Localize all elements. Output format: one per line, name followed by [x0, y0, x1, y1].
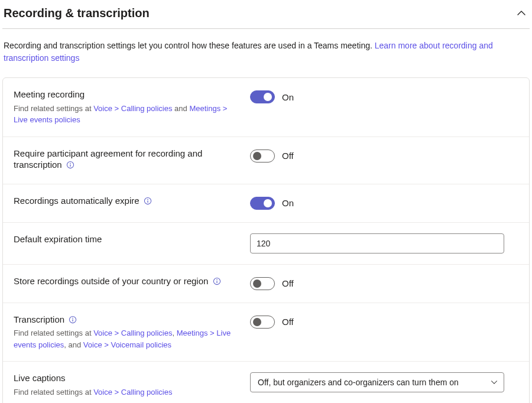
toggle-state-label: Off [282, 317, 294, 327]
setting-title: Store recordings outside of your country… [14, 275, 239, 287]
setting-label: Live captions Find related settings at V… [14, 372, 250, 398]
info-icon[interactable] [66, 160, 75, 170]
toggle-store-outside[interactable] [250, 277, 275, 290]
chevron-down-icon [491, 379, 498, 386]
link-voice-voicemail-policies[interactable]: Voice > Voicemail policies [83, 340, 171, 349]
toggle-state-label: On [282, 92, 294, 102]
setting-control [250, 233, 518, 254]
svg-point-10 [73, 317, 74, 318]
setting-meeting-recording: Meeting recording Find related settings … [3, 78, 529, 137]
info-icon[interactable] [68, 315, 77, 324]
section-title: Recording & transcription [4, 6, 150, 20]
section-header: Recording & transcription [2, 2, 530, 29]
section-description-text: Recording and transcription settings let… [4, 41, 375, 50]
setting-title: Live captions [14, 372, 239, 384]
default-expiration-input[interactable] [250, 233, 504, 254]
setting-title: Recordings automatically expire [14, 195, 239, 207]
setting-label: Store recordings outside of your country… [14, 275, 250, 290]
setting-control: On [250, 195, 518, 212]
svg-point-7 [216, 279, 218, 280]
setting-transcription: Transcription Find related settings at V… [3, 303, 529, 362]
setting-label: Meeting recording Find related settings … [14, 89, 250, 126]
svg-rect-8 [216, 281, 217, 283]
setting-label: Transcription Find related settings at V… [14, 314, 250, 351]
setting-control: Off [250, 275, 518, 292]
toggle-state-label: Off [282, 278, 294, 288]
setting-label: Default expiration time [14, 233, 250, 248]
section-description: Recording and transcription settings let… [2, 29, 530, 77]
toggle-wrapper: Off [250, 277, 294, 290]
setting-subtext: Find related settings at Voice > Calling… [14, 327, 239, 350]
setting-auto-expire: Recordings automatically expire On [3, 184, 529, 223]
svg-rect-5 [147, 200, 148, 203]
svg-point-1 [70, 163, 71, 164]
toggle-state-label: On [282, 198, 294, 208]
setting-store-outside: Store recordings outside of your country… [3, 265, 529, 303]
setting-control: Off [250, 148, 518, 164]
setting-label: Require participant agreement for record… [14, 148, 250, 173]
link-voice-calling-policies[interactable]: Voice > Calling policies [93, 388, 172, 396]
setting-control: Off, but organizers and co-organizers ca… [250, 372, 518, 392]
setting-title: Transcription [14, 314, 239, 326]
svg-point-4 [147, 199, 148, 200]
setting-default-expiration: Default expiration time [3, 223, 529, 265]
info-icon[interactable] [143, 196, 153, 206]
toggle-wrapper: Off [250, 316, 294, 329]
select-value: Off, but organizers and co-organizers ca… [258, 378, 459, 387]
chevron-up-icon[interactable] [514, 6, 528, 20]
svg-rect-2 [70, 164, 70, 167]
setting-require-agreement: Require participant agreement for record… [3, 137, 529, 184]
setting-title: Require participant agreement for record… [14, 148, 239, 171]
info-icon[interactable] [212, 277, 222, 286]
link-voice-calling-policies[interactable]: Voice > Calling policies [93, 329, 172, 337]
setting-subtext: Find related settings at Voice > Calling… [14, 103, 239, 126]
link-voice-calling-policies[interactable]: Voice > Calling policies [93, 104, 172, 113]
setting-live-captions: Live captions Find related settings at V… [3, 362, 529, 403]
toggle-meeting-recording[interactable] [250, 90, 275, 103]
settings-card: Meeting recording Find related settings … [2, 77, 530, 403]
toggle-wrapper: On [250, 90, 294, 103]
setting-title: Meeting recording [14, 89, 239, 100]
toggle-transcription[interactable] [250, 316, 275, 329]
setting-control: Off [250, 314, 518, 330]
toggle-auto-expire[interactable] [250, 197, 275, 210]
svg-rect-11 [73, 319, 73, 321]
toggle-wrapper: Off [250, 150, 294, 162]
setting-subtext: Find related settings at Voice > Calling… [14, 386, 239, 398]
toggle-wrapper: On [250, 197, 294, 210]
setting-title: Default expiration time [14, 233, 239, 245]
setting-label: Recordings automatically expire [14, 195, 250, 209]
live-captions-select[interactable]: Off, but organizers and co-organizers ca… [250, 372, 504, 392]
toggle-state-label: Off [282, 151, 294, 161]
toggle-require-agreement[interactable] [250, 150, 275, 162]
setting-control: On [250, 89, 518, 105]
